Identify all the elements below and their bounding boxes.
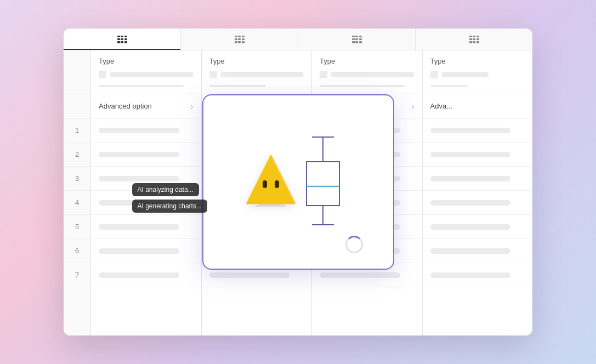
- ai-spinner-container: [345, 236, 363, 253]
- row-num-5: 5: [64, 215, 90, 239]
- data-row-1-1: [91, 118, 201, 143]
- col-title-4: Type: [430, 57, 446, 65]
- grid-icon-1: [117, 36, 127, 43]
- col-header-1: Type: [91, 50, 201, 94]
- tab-4[interactable]: [416, 29, 532, 50]
- col-title-1: Type: [99, 57, 114, 65]
- column-4: Type Adva...: [423, 50, 533, 335]
- data-skel: [99, 272, 179, 278]
- data-skel: [430, 176, 511, 181]
- advanced-option-1[interactable]: Advanced option ›: [91, 94, 201, 118]
- data-skel: [320, 272, 400, 278]
- chevron-icon-1: ›: [191, 102, 194, 111]
- data-row-4-5: [423, 215, 533, 239]
- data-skel: [209, 272, 290, 278]
- header-skeleton-icon-4: [430, 71, 438, 78]
- data-skel: [430, 128, 511, 133]
- data-skel: [99, 248, 179, 254]
- generating-tooltip: AI generating charts...: [132, 200, 207, 213]
- tab-1[interactable]: [64, 29, 181, 50]
- grid-icon-4: [469, 36, 479, 43]
- svg-rect-7: [306, 162, 339, 206]
- chevron-icon-3: ›: [412, 102, 415, 111]
- ai-spinner: [345, 236, 363, 253]
- data-skel: [430, 200, 511, 206]
- row-adv-spacer: [64, 94, 90, 118]
- advanced-option-4[interactable]: Adva...: [423, 94, 533, 118]
- cone-face-svg: [246, 152, 296, 207]
- data-row-4-1: [423, 118, 533, 143]
- boxplot-svg: [296, 132, 350, 230]
- header-skeleton-icon-3: [320, 71, 327, 78]
- header-skeleton-6: [320, 85, 405, 87]
- advanced-option-label-4: Adva...: [430, 102, 452, 110]
- header-skeleton-7: [441, 72, 489, 77]
- row-num-6: 6: [64, 239, 90, 263]
- data-row-1-7: [91, 263, 201, 287]
- row-numbers-column: 1 2 3 4 5 6 7: [64, 50, 91, 335]
- data-row-1-5: [91, 215, 201, 239]
- header-skeleton-1: [110, 72, 194, 77]
- data-skel: [99, 176, 179, 181]
- data-row-4-3: [423, 167, 533, 191]
- data-skel: [99, 152, 179, 157]
- row-num-7: 7: [64, 263, 90, 287]
- svg-rect-2: [263, 180, 267, 188]
- data-row-4-2: [423, 143, 533, 167]
- tab-bar: [64, 29, 532, 50]
- row-num-2: 2: [64, 143, 90, 167]
- col-header-2: Type: [202, 50, 312, 94]
- advanced-option-label-1: Advanced option: [99, 102, 152, 110]
- header-skeleton-3: [220, 72, 304, 77]
- data-skel: [430, 224, 511, 230]
- data-row-4-6: [423, 239, 533, 263]
- data-row-1-2: [91, 143, 201, 167]
- data-row-1-6: [91, 239, 201, 263]
- boxplot-container: [296, 132, 350, 232]
- data-skel: [99, 128, 179, 133]
- col-title-3: Type: [320, 57, 335, 65]
- col-header-4: Type: [423, 50, 533, 94]
- header-skeleton-icon-1: [99, 71, 106, 78]
- header-skeleton-2: [99, 85, 184, 87]
- data-row-4-7: [423, 263, 533, 287]
- data-skel: [430, 152, 511, 157]
- app-window: 1 2 3 4 5 6 7 Type Advanced option: [64, 29, 532, 335]
- header-skeleton-4: [209, 85, 266, 87]
- ai-emoji-character: [246, 152, 296, 213]
- data-skel: [430, 248, 511, 254]
- grid-icon-3: [352, 36, 362, 43]
- data-row-4-4: [423, 191, 533, 215]
- header-skeleton-5: [331, 72, 415, 77]
- row-header-empty: [64, 50, 91, 94]
- data-skel: [430, 272, 511, 278]
- tab-3[interactable]: [298, 29, 416, 50]
- header-skeleton-icon-2: [209, 71, 217, 78]
- header-skeleton-8: [430, 85, 468, 87]
- row-num-1: 1: [64, 118, 90, 143]
- col-header-3: Type: [312, 50, 422, 94]
- grid-icon-2: [235, 36, 245, 43]
- data-skel: [99, 224, 179, 230]
- tab-2[interactable]: [181, 29, 298, 50]
- row-num-3: 3: [64, 167, 90, 191]
- col-title-2: Type: [209, 57, 225, 65]
- svg-rect-3: [275, 180, 279, 188]
- row-num-4: 4: [64, 191, 90, 215]
- ai-modal[interactable]: AI analyzing data... AI generating chart…: [202, 94, 394, 270]
- svg-marker-1: [246, 155, 296, 204]
- analyzing-tooltip: AI analyzing data...: [132, 183, 199, 196]
